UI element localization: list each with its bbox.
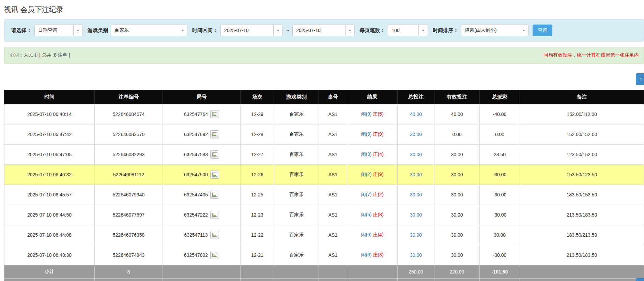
total-bet-link[interactable]: 30.00 xyxy=(410,132,422,137)
column-header: 游戏类别 xyxy=(274,90,319,104)
cell-bet-id: 522646079940 xyxy=(95,185,163,205)
result-banker: 庄(8) xyxy=(373,212,383,217)
date-from-value: 2025-07-10 xyxy=(221,25,273,36)
cell-time: 2025-07-10 06:46:32 xyxy=(4,165,95,185)
table-row: 2025-07-10 06:47:05522646082293632547583… xyxy=(4,145,644,165)
cell-result: 闲(9) 庄(9) xyxy=(347,124,398,145)
round-number: 632547500 xyxy=(184,172,208,177)
cell-result: 闲(9) 庄(5) xyxy=(347,104,398,124)
column-header: 局号 xyxy=(163,90,241,104)
round-media-icon[interactable] xyxy=(210,110,219,118)
date-range-separator: ~ xyxy=(286,28,290,33)
summary-empty-cell xyxy=(274,279,319,281)
total-bet-link[interactable]: 30.00 xyxy=(410,212,422,218)
table-header-row: 时间注单编号局号场次游戏类别桌号结果总投注有效投注总派彩备注 xyxy=(4,90,644,104)
round-media-icon[interactable] xyxy=(210,231,219,239)
chevron-down-icon[interactable] xyxy=(418,25,428,36)
game-type-select[interactable]: 百家乐 xyxy=(111,25,187,36)
cell-payout: -30.00 xyxy=(480,245,520,265)
cell-table-no: AS1 xyxy=(319,245,347,265)
cell-time: 2025-07-10 06:44:50 xyxy=(4,205,95,225)
cell-round-id: 632547500 xyxy=(163,165,241,185)
table-row: 2025-07-10 06:48:14522646084674632547764… xyxy=(4,104,644,124)
total-bet-link[interactable]: 30.00 xyxy=(410,252,422,258)
result-player: 闲(6) xyxy=(361,232,371,237)
cell-total-bet: 30.00 xyxy=(398,205,434,225)
search-button[interactable]: 查询 xyxy=(533,25,552,36)
result-banker: 庄(4) xyxy=(373,232,383,237)
round-number: 632547764 xyxy=(184,112,208,117)
cell-valid-bet: 40.00 xyxy=(434,104,480,124)
cell-payout: -40.00 xyxy=(480,104,520,124)
summary-count: 8 xyxy=(95,279,163,281)
total-bet-link[interactable]: 40.00 xyxy=(410,112,422,117)
cell-session: 12-22 xyxy=(241,225,274,245)
currency-summary-text: 币别：人民币 | 总共 :8 注单 | xyxy=(9,52,70,58)
column-header: 注单编号 xyxy=(95,90,163,104)
cell-table-no: AS1 xyxy=(319,185,347,205)
total-bet-link[interactable]: 30.00 xyxy=(410,232,422,238)
round-media-icon[interactable] xyxy=(210,211,219,219)
chevron-down-icon[interactable] xyxy=(273,25,282,36)
bet-records-table: 时间注单编号局号场次游戏类别桌号结果总投注有效投注总派彩备注 2025-07-1… xyxy=(4,90,644,281)
round-media-icon[interactable] xyxy=(210,251,219,259)
chevron-down-icon[interactable] xyxy=(178,25,187,36)
cell-table-no: AS1 xyxy=(319,165,347,185)
result-player: 闲(6) xyxy=(361,212,371,217)
date-to-select[interactable]: 2025-07-10 xyxy=(292,25,355,36)
summary-valid-bet: 220.00 xyxy=(434,279,480,281)
result-banker: 庄(3) xyxy=(373,252,383,257)
query-type-select[interactable]: 日期查询 xyxy=(34,25,83,36)
cell-valid-bet: 30.00 xyxy=(434,185,480,205)
chevron-down-icon[interactable] xyxy=(73,25,82,36)
summary-empty-cell xyxy=(520,265,644,279)
game-type-label: 游戏类别 xyxy=(88,27,108,34)
cell-table-no: AS1 xyxy=(319,104,347,124)
cell-table-no: AS1 xyxy=(319,225,347,245)
result-player: 闲(6) xyxy=(361,252,371,257)
round-number: 632547583 xyxy=(184,152,208,157)
cell-total-bet: 30.00 xyxy=(398,245,434,265)
round-media-icon[interactable] xyxy=(210,191,219,199)
cell-round-id: 632547113 xyxy=(163,225,241,245)
cell-payout: -30.00 xyxy=(480,185,520,205)
pagination-page-1[interactable]: 1 xyxy=(636,73,644,85)
summary-count: 8 xyxy=(95,265,163,279)
pagination-bottom-page-1[interactable]: 1 xyxy=(636,278,644,281)
summary-label: 总计 xyxy=(4,279,95,281)
cell-valid-bet: 30.00 xyxy=(434,165,480,185)
date-from-select[interactable]: 2025-07-10 xyxy=(220,25,283,36)
filter-bar: 请选择： 日期查询 游戏类别 百家乐 时间区间： 2025-07-10 ~ 20… xyxy=(4,19,644,42)
game-type-value: 百家乐 xyxy=(111,25,178,36)
column-header: 备注 xyxy=(520,90,644,104)
round-media-icon[interactable] xyxy=(210,130,219,138)
round-media-icon[interactable] xyxy=(210,150,219,159)
round-number: 632547692 xyxy=(184,132,208,137)
cell-time: 2025-07-10 06:44:08 xyxy=(4,225,95,245)
page-size-label: 每页笔数： xyxy=(359,27,385,34)
cell-round-id: 632547764 xyxy=(163,104,241,124)
total-bet-link[interactable]: 30.00 xyxy=(410,152,422,157)
total-bet-link[interactable]: 30.00 xyxy=(410,192,422,197)
cell-total-bet: 30.00 xyxy=(398,165,434,185)
chevron-down-icon[interactable] xyxy=(345,25,354,36)
summary-total-bet: 250.00 xyxy=(398,279,434,281)
summary-total-bet: 250.00 xyxy=(398,265,434,279)
cell-remark: 153.50/123.50 xyxy=(520,165,644,185)
cell-game-type: 百家乐 xyxy=(274,104,319,124)
result-banker: 庄(9) xyxy=(373,131,383,137)
round-media-icon[interactable] xyxy=(210,171,219,179)
cell-round-id: 632547002 xyxy=(163,245,241,265)
result-player: 闲(7) xyxy=(361,192,371,197)
round-number: 632547002 xyxy=(184,252,208,258)
cell-bet-id: 522646082293 xyxy=(95,145,163,165)
cell-time: 2025-07-10 06:47:42 xyxy=(4,124,95,145)
total-bet-link[interactable]: 30.00 xyxy=(410,172,422,177)
chevron-down-icon[interactable] xyxy=(519,25,528,36)
cell-result: 闲(3) 庄(4) xyxy=(347,145,398,165)
table-row: 2025-07-10 06:44:50522646077697632547222… xyxy=(4,205,644,225)
page-size-select[interactable]: 100 xyxy=(388,25,428,36)
sort-select[interactable]: 降冪(由大到小) xyxy=(461,25,528,36)
cell-bet-id: 522646076358 xyxy=(95,225,163,245)
cell-time: 2025-07-10 06:45:57 xyxy=(4,185,95,205)
